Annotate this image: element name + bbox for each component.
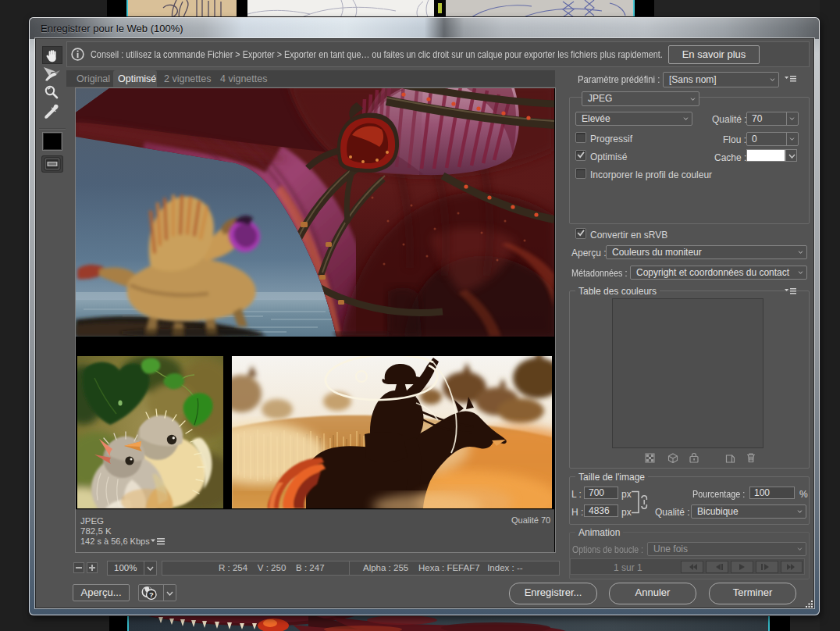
svg-text:?: ? (149, 590, 154, 599)
